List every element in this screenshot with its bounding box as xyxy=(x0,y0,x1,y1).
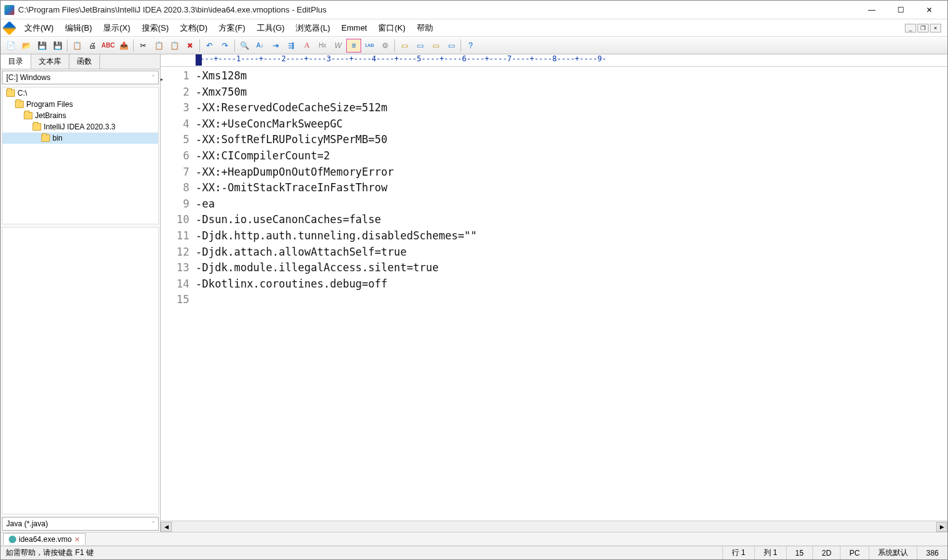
bookmark-icon[interactable]: ⇶ xyxy=(284,39,299,52)
close-tab-icon[interactable]: ✕ xyxy=(74,536,80,544)
menu-item-10[interactable]: 帮助 xyxy=(412,21,438,35)
save-all-icon[interactable]: 💾 xyxy=(50,39,65,52)
filetype-select[interactable]: Java (*.java) ˇ xyxy=(2,517,159,531)
mdi-minimize-button[interactable]: _ xyxy=(905,24,916,32)
line-number: 12 xyxy=(161,244,189,261)
line-number: 10 xyxy=(161,212,189,228)
document-tab[interactable]: idea64.exe.vmo ✕ xyxy=(3,533,86,545)
minimize-button[interactable]: — xyxy=(857,1,886,19)
sidebar-tab-cliptext[interactable]: 文本库 xyxy=(31,54,69,69)
line-gutter: 1▶23456789101112131415 xyxy=(161,67,196,521)
menu-item-1[interactable]: 编辑(B) xyxy=(60,21,97,35)
code-line[interactable]: -ea xyxy=(196,196,947,212)
ruler-scale: ----+----1----+----2----+----3----+----4… xyxy=(196,54,606,63)
code-line[interactable]: -Djdk.module.illegalAccess.silent=true xyxy=(196,260,947,276)
code-editor[interactable]: 1▶23456789101112131415 -Xms128m-Xmx750m-… xyxy=(161,67,947,521)
code-line[interactable]: -XX:-OmitStackTraceInFastThrow xyxy=(196,180,947,196)
gear-icon[interactable]: ⚙ xyxy=(377,39,392,52)
menu-item-3[interactable]: 搜索(S) xyxy=(137,21,174,35)
open-file-icon[interactable]: 📂 xyxy=(19,39,34,52)
tree-item[interactable]: bin xyxy=(2,132,158,144)
folder-tree[interactable]: C:\Program FilesJetBrainsIntelliJ IDEA 2… xyxy=(2,87,159,224)
line-number: 3 xyxy=(161,100,189,116)
code-line[interactable]: -XX:ReservedCodeCacheSize=512m xyxy=(196,100,947,116)
tree-label: JetBrains xyxy=(35,111,66,120)
tree-item[interactable]: JetBrains xyxy=(2,110,158,121)
code-line[interactable]: -XX:SoftRefLRUPolicyMSPerMB=50 xyxy=(196,132,947,148)
code-line[interactable]: -XX:+UseConcMarkSweepGC xyxy=(196,116,947,132)
menu-item-6[interactable]: 工具(G) xyxy=(252,21,290,35)
code-line[interactable]: -Dsun.io.useCanonCaches=false xyxy=(196,212,947,228)
scroll-left-icon[interactable]: ◀ xyxy=(161,522,172,532)
toolbar: 📄 📂 💾 💾 📋 🖨 ABC 📤 ✂ 📋 📋 ✖ ↶ ↷ 🔍 A↓ ⇥ ⇶ A… xyxy=(1,37,947,54)
save-icon[interactable]: 💾 xyxy=(34,39,49,52)
sidebar-tab-directory[interactable]: 目录 xyxy=(1,54,31,69)
code-line[interactable]: -XX:CICompilerCount=2 xyxy=(196,148,947,164)
document-icon xyxy=(9,536,16,543)
tree-item[interactable]: IntelliJ IDEA 2020.3.3 xyxy=(2,121,158,132)
delete-icon[interactable]: ✖ xyxy=(182,39,197,52)
line-number: 6 xyxy=(161,148,189,164)
spellcheck-icon[interactable]: ABC xyxy=(101,39,116,52)
tree-item[interactable]: Program Files xyxy=(2,99,158,110)
line-number: 8 xyxy=(161,180,189,196)
status-num: 386 xyxy=(917,546,947,559)
menubar: 文件(W)编辑(B)显示(X)搜索(S)文档(D)方案(F)工具(G)浏览器(L… xyxy=(1,19,947,37)
code-content[interactable]: -Xms128m-Xmx750m-XX:ReservedCodeCacheSiz… xyxy=(196,67,947,521)
new-file-icon[interactable]: 📄 xyxy=(3,39,18,52)
menu-item-5[interactable]: 方案(F) xyxy=(214,21,251,35)
cut-icon[interactable]: ✂ xyxy=(136,39,151,52)
help-icon[interactable]: ? xyxy=(463,39,478,52)
undo-icon[interactable]: ↶ xyxy=(202,39,217,52)
scroll-right-icon[interactable]: ▶ xyxy=(936,522,947,532)
hex-icon[interactable]: Hx xyxy=(315,39,330,52)
print-preview-icon[interactable]: 📋 xyxy=(69,39,84,52)
menu-item-7[interactable]: 浏览器(L) xyxy=(291,21,335,35)
search-icon[interactable]: 🔍 xyxy=(237,39,252,52)
code-line[interactable]: -Djdk.http.auth.tunneling.disabledScheme… xyxy=(196,228,947,244)
window2-icon[interactable]: ▭ xyxy=(412,39,427,52)
close-button[interactable]: ✕ xyxy=(915,1,944,19)
file-list[interactable] xyxy=(2,227,159,514)
scroll-track[interactable] xyxy=(172,522,936,532)
tree-label: C:\ xyxy=(17,89,27,98)
copy-icon[interactable]: 📋 xyxy=(151,39,166,52)
code-line[interactable]: -Xms128m xyxy=(196,68,947,84)
goto-icon[interactable]: ⇥ xyxy=(268,39,283,52)
mdi-restore-button[interactable]: ❐ xyxy=(917,24,929,32)
menu-item-2[interactable]: 显示(X) xyxy=(98,21,135,35)
code-line[interactable]: -Djdk.attach.allowAttachSelf=true xyxy=(196,244,947,261)
chevron-down-icon: ˇ xyxy=(152,521,154,527)
wordwrap-icon[interactable]: ≡ xyxy=(346,39,361,52)
code-line[interactable]: -XX:+HeapDumpOnOutOfMemoryError xyxy=(196,164,947,181)
tree-item[interactable]: C:\ xyxy=(2,88,158,99)
print-icon[interactable]: 🖨 xyxy=(85,39,100,52)
chevron-down-icon: ˇ xyxy=(152,74,154,81)
sidebar-tab-functions[interactable]: 函数 xyxy=(69,54,100,69)
code-line[interactable]: -Dkotlinx.coroutines.debug=off xyxy=(196,276,947,292)
filetype-label: Java (*.java) xyxy=(6,519,48,528)
font-icon[interactable]: A xyxy=(299,39,314,52)
menu-item-8[interactable]: Emmet xyxy=(336,22,372,34)
menu-item-0[interactable]: 文件(W) xyxy=(19,21,59,35)
code-line[interactable]: -Xmx750m xyxy=(196,84,947,101)
menu-item-4[interactable]: 文档(D) xyxy=(175,21,212,35)
window1-icon[interactable]: ▭ xyxy=(397,39,412,52)
code-line[interactable] xyxy=(196,292,947,308)
menu-item-9[interactable]: 窗口(K) xyxy=(373,21,410,35)
mdi-close-button[interactable]: × xyxy=(930,24,941,32)
folder-icon xyxy=(24,112,32,119)
window3-icon[interactable]: ▭ xyxy=(428,39,443,52)
paste-icon[interactable]: 📋 xyxy=(167,39,182,52)
maximize-button[interactable]: ☐ xyxy=(886,1,915,19)
redo-icon[interactable]: ↷ xyxy=(217,39,232,52)
charcode-icon[interactable]: 1AB xyxy=(362,39,377,52)
replace-icon[interactable]: A↓ xyxy=(252,39,267,52)
export-icon[interactable]: 📤 xyxy=(116,39,131,52)
tree-label: Program Files xyxy=(26,100,73,109)
italic-icon[interactable]: W xyxy=(331,39,346,52)
line-number: 5 xyxy=(161,132,189,148)
drive-select[interactable]: [C:] Windows ˇ xyxy=(2,71,159,84)
horizontal-scrollbar[interactable]: ◀ ▶ xyxy=(161,521,947,532)
window4-icon[interactable]: ▭ xyxy=(444,39,459,52)
